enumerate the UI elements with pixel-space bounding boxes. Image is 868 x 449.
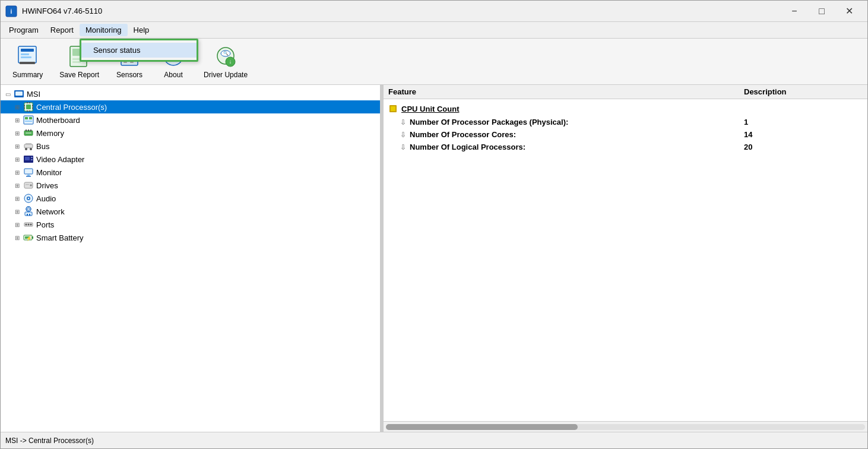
svg-rect-30 [27,102,28,103]
audio-label: Audio [36,194,56,203]
cpu-unit-count-icon [388,104,398,113]
drives-label: Drives [36,181,58,190]
title-bar: i HWiNFO64 v7.46-5110 − □ ✕ [1,1,867,22]
expand-icon-monitor: ⊞ [12,167,22,177]
audio-icon [23,193,34,204]
svg-rect-39 [25,117,28,119]
tree-item-memory[interactable]: ⊞ Memory [1,127,380,140]
svg-text:i: i [11,8,12,15]
tree-item-bus[interactable]: ⊞ Bus [1,140,380,153]
menu-monitoring[interactable]: Monitoring [80,24,128,36]
svg-rect-31 [29,102,30,103]
row-feature-packages: Number Of Processor Packages (Physical): [410,118,744,127]
svg-rect-65 [25,212,32,216]
monitor-label: Monitor [36,168,62,177]
status-text: MSI -> Central Processor(s) [5,437,94,445]
svg-rect-43 [26,129,27,131]
window-title: HWiNFO64 v7.46-5110 [22,7,781,15]
tree-item-central-processor[interactable]: ⊞ Central Processor(s) [1,100,380,113]
memory-icon [23,128,34,138]
svg-rect-44 [28,129,29,131]
tree-item-video-adapter[interactable]: ⊞ Video Adapter [1,153,380,166]
msi-icon [14,88,24,99]
detail-scrollbar [384,421,867,432]
close-button[interactable]: ✕ [835,2,863,21]
tree-item-motherboard[interactable]: ⊞ Motherboard [1,113,380,127]
row-feature-cores: Number Of Processor Cores: [410,130,744,139]
driver-update-button[interactable]: 🔍 ↓ Driver Update [197,42,255,82]
svg-rect-5 [21,56,31,58]
header-description: Description [744,87,863,96]
dropdown-sensor-status[interactable]: Sensor status [81,43,197,58]
summary-button[interactable]: Summary [5,42,50,82]
network-icon [23,206,34,217]
svg-point-60 [30,185,31,186]
maximize-button[interactable]: □ [808,2,835,21]
svg-rect-32 [27,110,28,112]
svg-rect-67 [29,214,30,216]
svg-rect-61 [26,184,29,185]
expand-icon-network: ⊞ [12,207,22,216]
svg-rect-37 [32,107,33,109]
svg-point-73 [30,224,32,226]
tree-panel: ▭ MSI ⊞ [1,85,381,432]
ports-icon [23,219,34,230]
detail-row-cores: ⇩ Number Of Processor Cores: 14 [384,128,867,141]
cpu-label: Central Processor(s) [36,103,107,112]
svg-rect-45 [30,129,31,131]
tree-item-audio[interactable]: ⊞ Audio [1,192,380,205]
svg-rect-36 [32,105,33,106]
svg-rect-33 [29,110,30,112]
drives-icon [23,180,34,191]
svg-rect-4 [21,53,29,55]
expand-icon-motherboard: ⊞ [12,115,22,125]
row-value-cores: 14 [744,130,863,139]
menu-program[interactable]: Program [3,24,45,36]
expand-icon-bus: ⊞ [12,141,22,151]
driver-update-label: Driver Update [204,71,248,79]
svg-rect-54 [31,159,33,160]
svg-rect-50 [26,143,31,145]
svg-text:⚡: ⚡ [26,235,32,241]
scroll-track[interactable] [386,424,865,430]
tree-item-smart-battery[interactable]: ⊞ ⚡ Smart Battery [1,231,380,244]
expand-icon-video: ⊞ [12,154,22,164]
app-window: i HWiNFO64 v7.46-5110 − □ ✕ Program Repo… [0,0,868,449]
motherboard-icon [23,115,34,125]
bus-icon [23,141,34,151]
about-label: About [164,71,182,79]
tree-item-drives[interactable]: ⊞ Drives [1,179,380,192]
save-report-label: Save Report [59,71,99,79]
expand-icon-battery: ⊞ [12,233,22,242]
tree-root-msi[interactable]: ▭ MSI [1,87,380,100]
svg-point-64 [28,198,30,200]
header-feature: Feature [388,87,744,96]
row-arrow-logical: ⇩ [400,143,406,151]
minimize-button[interactable]: − [781,2,808,21]
window-controls: − □ ✕ [781,2,863,21]
menu-help[interactable]: Help [128,24,156,36]
row-arrow-cores: ⇩ [400,131,406,139]
tree-item-monitor[interactable]: ⊞ Monitor [1,166,380,179]
tree-item-ports[interactable]: ⊞ Ports [1,218,380,231]
svg-point-48 [25,148,27,150]
expand-icon-memory: ⊞ [12,128,22,138]
monitor-icon [23,167,34,178]
cpu-icon [23,102,34,112]
msi-label: MSI [27,90,40,99]
svg-rect-29 [26,105,31,109]
network-label: Network [36,207,65,216]
svg-rect-41 [25,121,32,122]
svg-rect-55 [24,169,33,174]
driver-update-icon: 🔍 ↓ [214,45,237,68]
tree-item-network[interactable]: ⊞ Network [1,205,380,218]
ports-label: Ports [36,220,54,229]
svg-rect-40 [29,117,32,119]
menu-report[interactable]: Report [45,24,80,36]
svg-text:↓: ↓ [229,58,232,65]
battery-icon: ⚡ [23,232,34,243]
detail-row-logical: ⇩ Number Of Logical Processors: 20 [384,141,867,153]
svg-rect-66 [27,214,28,216]
svg-rect-34 [24,105,25,106]
bus-label: Bus [36,142,49,151]
